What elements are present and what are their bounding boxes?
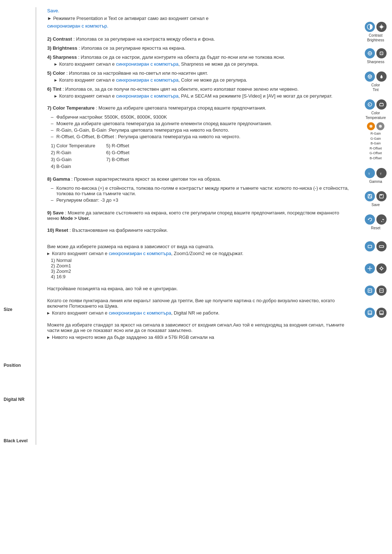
svg-rect-17 xyxy=(380,103,383,106)
svg-point-1 xyxy=(380,25,383,28)
svg-point-14 xyxy=(369,77,371,78)
table-row: 2) R-Gain 6) G-Offset xyxy=(51,149,140,156)
gamma-dash-1: Колкото по-висока (+) е стойността, толк… xyxy=(47,185,352,196)
black-level-icons xyxy=(365,308,387,319)
svg-point-35 xyxy=(380,267,383,270)
gamma-icon-1: γ xyxy=(365,168,375,178)
size-section: Вие може да изберете размера на екрана в… xyxy=(47,240,352,279)
save-icon-1 xyxy=(365,191,375,201)
contrast-brightness-icons: Contrast Brightness xyxy=(365,22,387,42)
save-label: Save xyxy=(365,202,387,207)
size-desc: Вие може да изберете размера на екрана в… xyxy=(47,244,352,249)
color-temperature-section: 7) Color Temperature : Можете да избират… xyxy=(47,105,352,170)
sharpness-icons: Sharpness xyxy=(365,48,387,64)
left-sidebar: Size Position Digital NR Black Level xyxy=(0,7,36,445)
svg-rect-25 xyxy=(369,194,370,196)
color-temp-icon-1: K xyxy=(365,99,375,110)
gamma-dash-2: Регулируем обхват: -3 до +3 xyxy=(47,197,352,203)
gain-labels: R-GainG-GainB-GainR-OffsetG-OffsetB-Offs… xyxy=(365,131,387,161)
g-gain-icon xyxy=(376,122,384,130)
color-item: 5) Color : Използва се за настройване на… xyxy=(47,70,352,83)
contrast-icon xyxy=(365,22,375,32)
color-tint-icons: Color Tint xyxy=(365,71,387,92)
black-level-note: Нивото на черното може да бъде зададено … xyxy=(47,335,352,340)
r-gain-icon xyxy=(367,122,375,130)
gamma-icons: γ γ Gamma xyxy=(365,168,387,184)
save-icon-2 xyxy=(376,191,387,201)
gain-icons: R-GainG-GainB-GainR-OffsetG-OffsetB-Offs… xyxy=(365,122,387,161)
size-icon-1 xyxy=(365,241,375,251)
color-temp-item: 7) Color Temperature : Можете да избират… xyxy=(47,105,352,111)
black-level-section: Можете да избирате стандарт за яркост на… xyxy=(47,322,352,340)
color-temp-table: 1) Color Temperature 5) R-Offset 2) R-Ga… xyxy=(51,142,140,170)
svg-rect-47 xyxy=(380,313,383,315)
position-section: Настройване позицията на екрана, ако той… xyxy=(47,286,352,291)
reset-item: 10) Reset : Възстановяване на фабриините… xyxy=(47,227,352,233)
size-note: Когато входният сигнал е синхронизиран с… xyxy=(47,251,352,256)
svg-rect-45 xyxy=(368,313,372,315)
sidebar-label-digital-nr: Digital NR xyxy=(0,395,32,402)
svg-line-10 xyxy=(381,53,382,54)
table-row: 3) G-Gain 7) B-Offset xyxy=(51,156,140,163)
color-icon xyxy=(365,71,375,82)
color-tint-label: Color Tint xyxy=(365,83,387,92)
size-zoom2: 3) Zoom2 xyxy=(51,268,352,274)
table-row: 4) B-Gain xyxy=(51,163,140,170)
tint-note: Когато входният сигнал е синхронизиран с… xyxy=(47,93,352,99)
digital-nr-note: Когато входният сигнал е синхронизиран с… xyxy=(47,310,352,316)
black-level-icon-2 xyxy=(376,308,387,318)
size-items: 1) Normal 2) Zoom1 3) Zoom2 4) 16:9 xyxy=(47,258,352,279)
size-16-9: 4) 16:9 xyxy=(51,274,352,279)
reset-section: 10) Reset : Възстановяване на фабриините… xyxy=(47,227,352,233)
reset-icon-1 xyxy=(365,214,375,225)
sharpness-icon-2 xyxy=(376,48,387,58)
size-icon-2 xyxy=(376,241,387,251)
main-content: Save. ► Режимите Presentation и Text се … xyxy=(36,7,359,445)
gamma-item: 8) Gamma : Променя характеристиката ярко… xyxy=(47,176,352,182)
digital-nr-icon-1 xyxy=(365,286,375,296)
size-normal: 1) Normal xyxy=(51,258,352,263)
sidebar-label-black-level: Black Level xyxy=(0,436,32,443)
reset-label: Reset xyxy=(365,226,387,230)
digital-nr-icon-2 xyxy=(376,286,387,296)
svg-text:K: K xyxy=(369,103,371,106)
position-icon-2 xyxy=(376,263,387,274)
color-temp-icon-2 xyxy=(376,99,387,110)
table-row: 1) Color Temperature 5) R-Offset xyxy=(51,142,140,149)
contrast-item: 2) Contrast : Използва се за регулиране … xyxy=(47,36,352,42)
size-icons xyxy=(365,241,387,253)
sharpness-icon-1 xyxy=(365,48,375,58)
position-desc: Настройване позицията на екрана, ако той… xyxy=(47,286,352,291)
brightness-icon xyxy=(376,22,387,32)
gamma-section: 8) Gamma : Променя характеристиката ярко… xyxy=(47,176,352,203)
sync-link-1[interactable]: синхронизиран с компютър. xyxy=(47,23,108,29)
brightness-item: 3) Brightness : Използва се за регулиран… xyxy=(47,45,352,51)
digital-nr-desc: Когато се появи пунктирана линия или екр… xyxy=(47,298,352,309)
contrast-brightness-label: Contrast Brightness xyxy=(365,33,387,42)
presentation-note: ► Режимите Presentation и Text се активи… xyxy=(47,15,352,30)
digital-nr-section: Когато се появи пунктирана линия или екр… xyxy=(47,298,352,316)
svg-point-21 xyxy=(379,125,382,128)
ct-dash-1: Фабрични настройки: 5500K, 6500K, 8000K,… xyxy=(47,114,352,120)
tint-icon xyxy=(376,71,387,82)
black-level-desc: Можете да избирате стандарт за яркост на… xyxy=(47,322,352,333)
svg-rect-28 xyxy=(380,194,382,196)
svg-rect-31 xyxy=(368,245,372,248)
tint-item: 6) Tint : Използва се, за да се получи п… xyxy=(47,86,352,99)
position-icons xyxy=(365,263,387,275)
svg-point-20 xyxy=(369,125,372,128)
gamma-label: Gamma xyxy=(365,179,387,184)
black-level-icon-1 xyxy=(365,308,375,318)
digital-nr-icons xyxy=(365,286,387,297)
contrast-brightness-section: 2) Contrast : Използва се за регулиране … xyxy=(47,36,352,99)
reset-icon-2 xyxy=(376,214,387,225)
save-link[interactable]: Save. xyxy=(47,8,59,13)
sidebar-label-position: Position xyxy=(0,361,32,368)
ct-dash-2: Можете да избирате цветовата температура… xyxy=(47,121,352,126)
svg-rect-40 xyxy=(368,289,372,292)
size-zoom1: 2) Zoom1 xyxy=(51,263,352,268)
sharpness-label: Sharpness xyxy=(365,59,387,64)
right-icons-column: Contrast Brightness Sharpness xyxy=(359,7,392,445)
color-temp-label: ColorTemperature xyxy=(365,111,387,120)
reset-icons: Reset xyxy=(365,214,387,230)
